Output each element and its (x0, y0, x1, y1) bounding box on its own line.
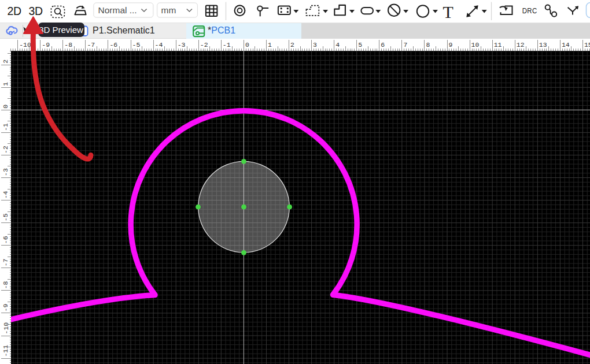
svg-text:-3: -3 (2, 168, 10, 176)
svg-text:-1: -1 (223, 41, 231, 49)
svg-text:-8: -8 (2, 281, 10, 289)
svg-text:2: 2 (290, 41, 294, 49)
svg-text:Normal ...: Normal ... (98, 5, 137, 15)
svg-text:2: 2 (2, 60, 10, 64)
svg-text:8: 8 (426, 41, 430, 49)
svg-text:6: 6 (381, 41, 385, 49)
svg-text:11: 11 (494, 41, 502, 49)
svg-text:-11: -11 (2, 345, 10, 357)
svg-text:-6: -6 (109, 41, 117, 49)
svg-text:5: 5 (358, 41, 362, 49)
svg-text:-2: -2 (200, 41, 208, 49)
svg-text:7: 7 (403, 41, 407, 49)
svg-text:0: 0 (245, 41, 249, 49)
svg-text:-7: -7 (2, 258, 10, 266)
svg-text:-1: -1 (2, 123, 10, 131)
svg-text:-4: -4 (155, 41, 163, 49)
svg-text:-9: -9 (2, 304, 10, 312)
svg-text:14: 14 (562, 41, 570, 49)
svg-text:15: 15 (584, 41, 590, 49)
svg-text:12: 12 (517, 41, 525, 49)
svg-text:-5: -5 (2, 213, 10, 221)
svg-text:-5: -5 (132, 41, 141, 49)
svg-text:1: 1 (2, 82, 10, 86)
svg-text:1: 1 (268, 41, 272, 49)
svg-text:4: 4 (335, 41, 340, 49)
svg-text:13: 13 (539, 41, 547, 49)
svg-text:0: 0 (2, 105, 10, 109)
svg-text:-4: -4 (2, 191, 10, 199)
svg-text:mm: mm (161, 5, 176, 15)
svg-text:-3: -3 (178, 41, 186, 49)
svg-text:-2: -2 (2, 146, 10, 154)
svg-text:3: 3 (313, 41, 317, 49)
svg-text:9: 9 (449, 41, 453, 49)
svg-text:10: 10 (471, 41, 480, 49)
svg-text:T: T (443, 2, 453, 21)
svg-text:-6: -6 (2, 236, 10, 244)
svg-text:-10: -10 (2, 322, 10, 335)
svg-text:DRC: DRC (522, 6, 537, 15)
